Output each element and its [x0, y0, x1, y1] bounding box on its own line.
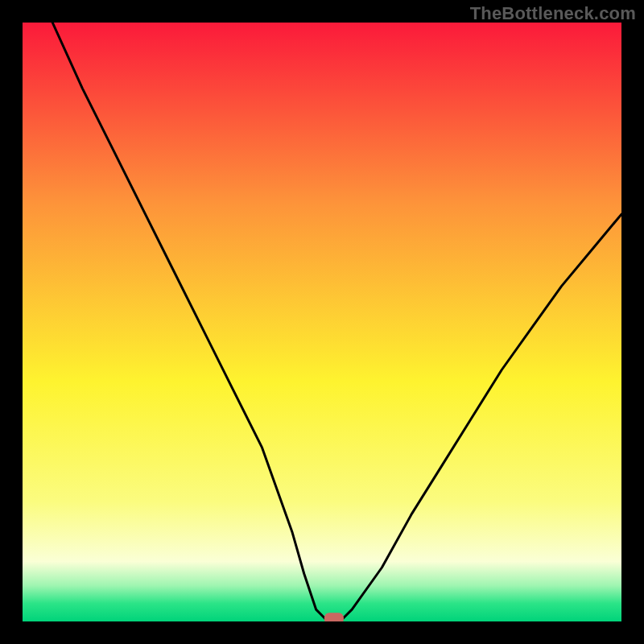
chart-plot-area	[23, 23, 621, 621]
optimal-point-marker	[324, 613, 344, 621]
gradient-background	[23, 23, 621, 621]
outer-frame: TheBottleneck.com	[0, 0, 644, 644]
chart-svg	[23, 23, 621, 621]
watermark-text: TheBottleneck.com	[470, 3, 636, 24]
